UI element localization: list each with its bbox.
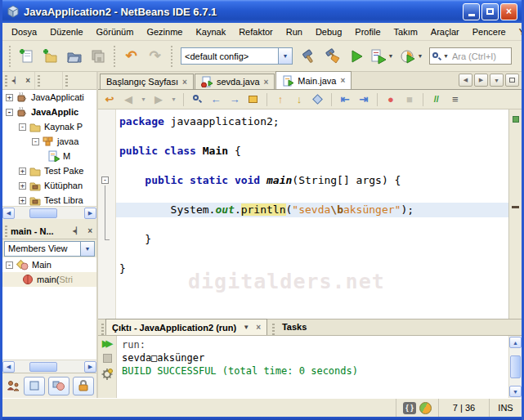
- profile-dropdown-arrow[interactable]: ▼: [418, 53, 423, 59]
- search-dropdown-arrow[interactable]: ▼: [443, 53, 449, 59]
- formatting-notification-icon[interactable]: { }: [403, 402, 416, 414]
- expand-icon[interactable]: +: [19, 197, 26, 204]
- code-editor[interactable]: - package javaapplication2; public class…: [98, 109, 522, 319]
- error-stripe[interactable]: [508, 109, 522, 319]
- next-occurrence-button[interactable]: →: [226, 94, 243, 105]
- previous-occurrence-button[interactable]: ←: [208, 94, 224, 105]
- tab-sevda-java[interactable]: sevda.java ×: [195, 74, 275, 89]
- projects-hscrollbar[interactable]: ◀ ▶: [2, 206, 96, 219]
- toggle-highlight-button[interactable]: [245, 94, 262, 105]
- scroll-left-button[interactable]: ◀: [2, 208, 15, 219]
- navigator-hscrollbar[interactable]: ◀ ▶: [2, 360, 96, 373]
- tree-item-test-libraries[interactable]: + Test Libra: [2, 193, 96, 206]
- new-file-button[interactable]: [16, 45, 38, 67]
- scroll-thumb[interactable]: [29, 362, 57, 372]
- back-dropdown-arrow[interactable]: ▼: [141, 96, 146, 102]
- drag-grip[interactable]: [5, 75, 7, 87]
- tab-list-dropdown-button[interactable]: ▼: [490, 74, 504, 87]
- show-fields-filter-button[interactable]: [24, 377, 45, 395]
- show-static-members-filter-button[interactable]: [48, 377, 69, 395]
- navigator-header[interactable]: main - N... ◂▏ ×: [2, 223, 96, 239]
- minimize-pane-icon[interactable]: ◂▏: [10, 76, 21, 85]
- start-macro-recording-button[interactable]: ●: [383, 94, 399, 105]
- tab-close-icon[interactable]: ×: [264, 78, 269, 87]
- uncomment-button[interactable]: ≡: [447, 94, 464, 105]
- tree-item-javaapplication2[interactable]: - JavaApplic: [2, 105, 96, 119]
- title-bar[interactable]: JavaApplication2 - NetBeans IDE 6.7.1 ×: [2, 0, 522, 23]
- forward-dropdown-arrow[interactable]: ▼: [171, 96, 177, 102]
- fold-collapse-icon[interactable]: -: [101, 176, 109, 184]
- scroll-right-button[interactable]: ▶: [84, 208, 96, 219]
- undo-button[interactable]: ↶: [120, 45, 142, 67]
- menu-profile[interactable]: Profile: [348, 25, 387, 39]
- clean-build-button[interactable]: [321, 45, 343, 67]
- editor-gutter[interactable]: -: [98, 109, 116, 319]
- search-input[interactable]: [450, 51, 509, 62]
- tab-close-icon[interactable]: ×: [182, 78, 187, 87]
- config-dropdown-button[interactable]: ▼: [278, 48, 292, 64]
- shift-left-button[interactable]: ⇤: [337, 94, 353, 105]
- code-area[interactable]: package javaapplication2; public class M…: [116, 109, 508, 319]
- drag-grip[interactable]: [272, 324, 275, 335]
- scroll-left-button[interactable]: ◀: [2, 361, 15, 373]
- previous-bookmark-button[interactable]: ↑: [272, 94, 289, 105]
- dock-tab-handle[interactable]: [63, 72, 91, 89]
- menu-gorunum[interactable]: Görünüm: [90, 25, 141, 39]
- stop-macro-recording-button[interactable]: ■: [401, 94, 418, 105]
- minimize-pane-icon[interactable]: ◂▏: [71, 226, 83, 235]
- new-project-button[interactable]: [39, 45, 61, 67]
- redo-button[interactable]: ↷: [144, 45, 166, 67]
- expand-icon[interactable]: +: [19, 168, 26, 175]
- next-bookmark-button[interactable]: ↓: [291, 94, 307, 105]
- scroll-down-button[interactable]: ▼: [509, 386, 522, 397]
- menu-takim[interactable]: Takım: [387, 25, 424, 39]
- last-edit-position-button[interactable]: ↩: [101, 94, 118, 105]
- expand-icon[interactable]: +: [6, 94, 13, 101]
- tree-item-javaapplication1[interactable]: + JavaApplicati: [2, 90, 96, 105]
- collapse-icon[interactable]: -: [32, 138, 39, 145]
- maximize-button[interactable]: [481, 3, 499, 20]
- drag-grip[interactable]: [101, 324, 104, 335]
- profile-button[interactable]: ▼: [398, 45, 426, 67]
- scroll-right-button[interactable]: ▶: [84, 361, 96, 373]
- navigator-item-main-method[interactable]: main(Stri: [2, 272, 96, 287]
- output-vscrollbar[interactable]: ▲ ▼: [508, 336, 522, 398]
- tree-item-kaynak-paketleri[interactable]: - Kaynak P: [2, 119, 96, 134]
- run-button[interactable]: [345, 45, 367, 67]
- tab-close-icon[interactable]: ×: [340, 76, 345, 85]
- save-all-button[interactable]: [87, 45, 109, 67]
- menu-run[interactable]: Run: [280, 25, 309, 39]
- projects-pane-header[interactable]: ◂▏ ×: [2, 72, 35, 89]
- build-button[interactable]: [298, 45, 320, 67]
- minimize-button[interactable]: [463, 3, 480, 20]
- tab-main-java[interactable]: Main.java ×: [275, 71, 352, 89]
- tree-item-package[interactable]: - javaa: [2, 134, 96, 149]
- rerun-button[interactable]: ▶▶: [102, 338, 112, 349]
- scroll-tabs-left-button[interactable]: ◀: [459, 74, 472, 87]
- members-view-dropdown[interactable]: ▼: [80, 242, 94, 256]
- members-view-select[interactable]: Members View ▼: [4, 241, 95, 257]
- tree-item-main-java[interactable]: M: [2, 149, 96, 163]
- output-console[interactable]: run: sevda□aksünger BUILD SUCCESSFUL (to…: [117, 336, 508, 398]
- debug-dropdown-arrow[interactable]: ▼: [388, 53, 394, 59]
- menu-yardim[interactable]: Yardım: [513, 25, 524, 39]
- forward-button[interactable]: ▶: [150, 94, 167, 105]
- shift-right-button[interactable]: ⇥: [356, 94, 372, 105]
- config-select[interactable]: <default config> ▼: [181, 47, 293, 65]
- comment-button[interactable]: //: [428, 95, 445, 104]
- close-pane-icon[interactable]: ×: [24, 75, 32, 86]
- scroll-up-button[interactable]: ▲: [509, 337, 522, 348]
- output-close-icon[interactable]: ×: [256, 323, 261, 332]
- scroll-tabs-right-button[interactable]: ▶: [474, 74, 488, 87]
- back-button[interactable]: ◀: [120, 94, 137, 105]
- menu-debug[interactable]: Debug: [309, 25, 348, 39]
- close-pane-icon[interactable]: ×: [86, 226, 94, 236]
- ant-settings-icon[interactable]: [101, 368, 114, 380]
- collapse-icon[interactable]: -: [6, 261, 13, 269]
- menu-kaynak[interactable]: Kaynak: [189, 25, 232, 39]
- dock-tab-handle[interactable]: [35, 72, 63, 89]
- scroll-thumb[interactable]: [29, 208, 57, 218]
- collapse-icon[interactable]: -: [6, 109, 13, 116]
- menu-gezinme[interactable]: Gezinme: [140, 25, 189, 39]
- tasks-tab[interactable]: Tasks: [276, 319, 312, 335]
